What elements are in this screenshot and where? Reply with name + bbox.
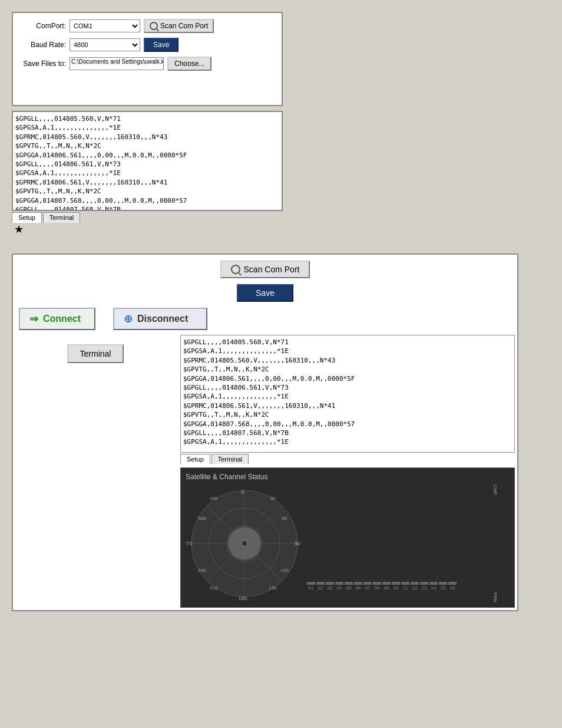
bar bbox=[316, 582, 325, 585]
bar-label: 09 bbox=[384, 585, 389, 591]
bar-label: 11 bbox=[403, 585, 408, 591]
bar-label: 16 bbox=[450, 585, 455, 591]
tab-setup-bottom[interactable]: Setup bbox=[180, 454, 210, 464]
prn-label: PRN bbox=[492, 592, 498, 602]
satellite-content: 0 180 270 90 30 60 120 150 210 240 300 bbox=[186, 485, 510, 602]
bar-col: 02 bbox=[316, 582, 325, 591]
compass-container: 0 180 270 90 30 60 120 150 210 240 300 bbox=[186, 485, 303, 602]
bar bbox=[429, 582, 438, 585]
bar bbox=[420, 582, 428, 585]
bar bbox=[382, 582, 391, 585]
tab-terminal-bottom[interactable]: Terminal bbox=[211, 454, 249, 464]
log-panel-large: $GPGLL,,,,014805.560,V,N*71$GPGSA,A,1,,,… bbox=[180, 335, 515, 453]
cnr-label: CNR bbox=[492, 485, 498, 495]
bar bbox=[326, 582, 334, 585]
bar-chart-area: CNR 01020304050607080910111213141516 PRN bbox=[307, 485, 510, 602]
save-button-large[interactable]: Save bbox=[237, 284, 293, 302]
bar-label: 01 bbox=[309, 585, 314, 591]
log-line: $GPGGA,014806.561,,,,0,00,,,M,0.0,M,,000… bbox=[183, 374, 512, 383]
svg-text:150: 150 bbox=[269, 585, 277, 591]
connect-button[interactable]: ⇒ Connect bbox=[19, 308, 95, 330]
save-path-display: C:\Documents and Settings\uwalk.k bbox=[70, 57, 164, 70]
log-line: $GPGSA,A,1,,,,,,,,,,,,,,*1E bbox=[183, 437, 512, 446]
bar-col: 16 bbox=[448, 582, 457, 591]
satellite-panel: Satellite & Channel Status bbox=[180, 467, 515, 608]
choose-button[interactable]: Choose... bbox=[167, 57, 211, 71]
bar-label: 04 bbox=[337, 585, 342, 591]
bar bbox=[335, 582, 343, 585]
bar bbox=[411, 582, 419, 585]
left-column: Terminal bbox=[13, 332, 178, 610]
bar bbox=[448, 582, 457, 585]
save-files-label: Save Files to: bbox=[19, 60, 66, 68]
bottom-top-row: Scan Com Port bbox=[13, 255, 517, 284]
comport-label: ComPort: bbox=[19, 22, 66, 30]
bar bbox=[363, 582, 372, 585]
log-line: $GPVTG,,T,,M,N,,K,N*2C bbox=[183, 365, 512, 374]
connect-row: ⇒ Connect ⊕ Disconnect bbox=[13, 305, 517, 332]
svg-text:60: 60 bbox=[282, 516, 287, 521]
log-line: $GPGSA,A,1,,,,,,,,,,,,,,*1E bbox=[183, 392, 512, 401]
bar bbox=[354, 582, 362, 585]
bar-col: 06 bbox=[354, 582, 362, 591]
compass-svg: 0 180 270 90 30 60 120 150 210 240 300 bbox=[186, 485, 303, 602]
log-line: $GPGGA,014807.568,,,,0,00,,,M,0.0,M,,000… bbox=[15, 196, 279, 205]
log-line: $GPGLL,,,,014807.568,V,N*7B bbox=[15, 205, 279, 211]
log-line: $GPGLL,,,,014805.560,V,N*71 bbox=[15, 114, 279, 123]
log-line: $GPRMC,014806.561,V,,,,,,,160310,,,N*41 bbox=[183, 401, 512, 410]
log-line: $GPRMC,014805.560,V,,,,,,,160310,,,N*43 bbox=[15, 133, 279, 141]
content-area: Terminal $GPGLL,,,,014805.560,V,N*71$GPG… bbox=[13, 332, 517, 610]
log-line: $GPVTG,,T,,M,N,,K,N*2C bbox=[15, 141, 279, 150]
search-icon bbox=[150, 22, 158, 30]
bar-label: 03 bbox=[328, 585, 333, 591]
log-line: $GPGGA,014807.568,,,,0,00,,,M,0.0,M,,000… bbox=[183, 420, 512, 429]
bar-col: 08 bbox=[373, 582, 381, 591]
bar-label: 07 bbox=[365, 585, 371, 591]
terminal-button[interactable]: Terminal bbox=[67, 344, 124, 363]
log-panel-top: $GPGLL,,,,014805.560,V,N*71$GPGSA,A,1,,,… bbox=[12, 111, 283, 211]
bar-label: 08 bbox=[375, 585, 380, 591]
bar-label: 02 bbox=[318, 585, 323, 591]
svg-text:300: 300 bbox=[198, 516, 206, 521]
tab-bar-bottom: Setup Terminal bbox=[180, 454, 515, 464]
svg-text:30: 30 bbox=[270, 496, 276, 501]
scan-comport-button[interactable]: Scan Com Port bbox=[144, 19, 214, 33]
bar-label: 12 bbox=[412, 585, 418, 591]
bar-label: 15 bbox=[441, 585, 446, 591]
baud-label: Baud Rate: bbox=[19, 41, 66, 49]
tab-bar-small: Setup Terminal bbox=[12, 212, 283, 223]
bar-label: 10 bbox=[394, 585, 399, 591]
log-line: $GPGGA,014806.561,,,,0,00,,,M,0.0,M,,000… bbox=[15, 151, 279, 160]
log-line: $GPVTG,,T,,M,N,,K,N*2C bbox=[183, 410, 512, 419]
bar-label: 14 bbox=[431, 585, 437, 591]
search-icon-large bbox=[231, 265, 240, 274]
bar-col: 13 bbox=[420, 582, 428, 591]
tab-terminal-small[interactable]: Terminal bbox=[43, 212, 81, 223]
bar bbox=[392, 582, 400, 585]
bar-col: 11 bbox=[401, 582, 409, 591]
scan-comport-button-large[interactable]: Scan Com Port bbox=[220, 261, 310, 278]
log-line: $GPGSA,A,1,,,,,,,,,,,,,,*1E bbox=[15, 123, 279, 132]
bottom-panel: Scan Com Port Save ⇒ Connect ⊕ Disconnec… bbox=[12, 253, 518, 611]
right-column: $GPGLL,,,,014805.560,V,N*71$GPGSA,A,1,,,… bbox=[178, 332, 517, 610]
tab-setup-small[interactable]: Setup bbox=[12, 212, 42, 223]
bar bbox=[439, 582, 447, 585]
svg-text:90: 90 bbox=[295, 541, 300, 546]
baud-select[interactable]: 4800 bbox=[70, 38, 140, 51]
bars-container: 01020304050607080910111213141516 bbox=[307, 514, 510, 602]
bar-label: 13 bbox=[422, 585, 427, 591]
disconnect-icon: ⊕ bbox=[124, 312, 133, 325]
save-button-top[interactable]: Save bbox=[144, 38, 178, 52]
bar bbox=[373, 582, 381, 585]
svg-text:120: 120 bbox=[280, 568, 289, 573]
disconnect-button[interactable]: ⊕ Disconnect bbox=[113, 308, 207, 330]
bar-col: 07 bbox=[363, 582, 372, 591]
log-line: $GPGLL,,,,014805.560,V,N*71 bbox=[183, 338, 512, 347]
svg-text:0: 0 bbox=[241, 489, 244, 495]
bar-col: 04 bbox=[335, 582, 343, 591]
bar-col: 05 bbox=[345, 582, 353, 591]
bar-col: 01 bbox=[307, 582, 315, 591]
svg-text:270: 270 bbox=[186, 541, 193, 546]
bar-label: 05 bbox=[346, 585, 352, 591]
comport-select[interactable]: COM1 bbox=[70, 19, 140, 32]
